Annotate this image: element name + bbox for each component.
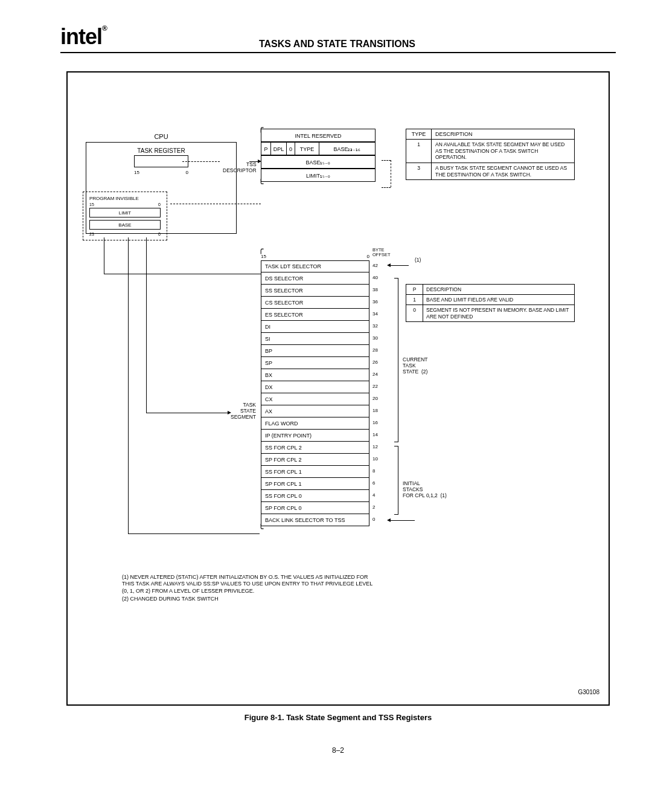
type-description-table: TYPE DESCRIPTION 1 AN AVAILABLE TASK STA… <box>406 129 575 180</box>
bracket-desc-t <box>382 160 391 161</box>
tss-row: BP <box>261 345 369 357</box>
pi-lo: 0 <box>158 202 161 207</box>
tss-row: FLAG WORD <box>261 417 369 430</box>
brace-current <box>394 278 398 442</box>
arrow-tr-to-desc <box>249 161 259 162</box>
p-h1: P <box>406 285 423 295</box>
limit-box: LIMIT <box>89 208 161 218</box>
diagram-content: CPU TASK REGISTER 15 0 PROGRAM INVISIBLE… <box>80 127 596 671</box>
task-register-scale: 15 0 <box>134 170 188 175</box>
tss-head: 15 0 <box>261 254 369 259</box>
pi-scale: 15 0 <box>89 202 161 207</box>
brace-stacks <box>394 446 398 515</box>
brace-bot: ╰ <box>258 179 263 188</box>
base-label: BASE <box>118 222 131 228</box>
page-title: TASKS AND STATE TRANSITIONS <box>107 39 616 50</box>
p-r1-p: 1 <box>406 295 423 305</box>
desc-dpl: DPL <box>271 143 287 155</box>
tss-rows: TASK LDT SELECTORDS SELECTORSS SELECTORC… <box>261 260 369 526</box>
cts-ref: (2) <box>421 369 427 375</box>
tss-brace-top: ╭ <box>258 244 263 254</box>
tss-row: DX <box>261 381 369 393</box>
registered-mark: ® <box>102 24 107 33</box>
tss-row: DI <box>261 321 369 333</box>
tss-segment-block: ╭ 15 0 TASK LDT SELECTORDS SELECTORSS SE… <box>261 254 369 526</box>
tss-row: AX <box>261 405 369 417</box>
limit-lo-label: LIMIT₁₅₋₀ <box>261 169 375 181</box>
figure-caption: Figure 8-1. Task State Segment and TSS R… <box>60 713 616 722</box>
tss-row: SP <box>261 357 369 369</box>
arrow-tss-seg <box>146 413 229 413</box>
p-row-1: 1 BASE AND LIMIT FIELDS ARE VALID <box>406 295 574 305</box>
arrow-offset-1 <box>389 265 409 266</box>
desc-limit: LIMIT₁₅₋₀ <box>261 169 376 182</box>
h-base-bot <box>128 533 260 534</box>
tss-row: DS SELECTOR <box>261 272 369 285</box>
page-header: intel® TASKS AND STATE TRANSITIONS <box>60 24 616 53</box>
tt-header: TYPE DESCRIPTION <box>406 129 574 140</box>
arrow-backlink <box>389 520 415 521</box>
tt-row-1: 1 AN AVAILABLE TASK STATE SEGMENT MAY BE… <box>406 140 574 163</box>
figure-id: G30108 <box>578 689 599 695</box>
desc-zero: 0 <box>287 143 295 155</box>
intel-logo: intel® <box>60 24 107 50</box>
tt-r2-desc: A BUSY TASK STATE SEGMENT CANNOT BE USED… <box>432 163 574 179</box>
stacks-ref: (1) <box>441 492 447 498</box>
v-base-2 <box>146 237 147 275</box>
tss-row: SP FOR CPL 1 <box>261 478 369 490</box>
ref-1: (1) <box>415 257 421 263</box>
base-box: BASE <box>89 220 161 230</box>
desc-pdpl: P DPL 0 TYPE BASE₂₃₋₁₆ <box>261 142 376 155</box>
tss-row: SP FOR CPL 2 <box>261 454 369 466</box>
stacks-label: INITIAL STACKS FOR CPL 0,1,2 (1) <box>403 480 447 499</box>
descriptor-block: ╭ INTEL RESERVED P DPL 0 TYPE BASE₂₃₋₁₆ … <box>261 129 376 182</box>
dash-tr-to-desc <box>182 161 220 162</box>
dash-back <box>170 204 261 204</box>
tss-point-label: TASK STATE SEGMENT <box>231 402 256 420</box>
tss-hi: 15 <box>261 254 266 259</box>
tt-r1-desc: AN AVAILABLE TASK STATE SEGMENT MAY BE U… <box>432 140 574 163</box>
footnotes: (1) NEVER ALTERED (STATIC) AFTER INITIAL… <box>122 574 376 602</box>
page: intel® TASKS AND STATE TRANSITIONS CPU T… <box>0 0 652 779</box>
footnote-1: (1) NEVER ALTERED (STATIC) AFTER INITIAL… <box>122 574 376 594</box>
tss-row: SS SELECTOR <box>261 285 369 297</box>
byte-offset-head: BYTE OFFSET <box>372 248 400 258</box>
h-limit-top <box>104 274 261 274</box>
p-h2: DESCRIPTION <box>423 285 574 295</box>
tss-brace-bottom: ╰ <box>258 524 263 533</box>
tss-row: CS SELECTOR <box>261 297 369 309</box>
tss-row: BX <box>261 369 369 381</box>
desc-p: P <box>261 143 271 155</box>
footnote-2: (2) CHANGED DURING TASK SWITCH <box>122 596 376 602</box>
tss-row: SS FOR CPL 1 <box>261 466 369 478</box>
p-description-table: P DESCRIPTION 1 BASE AND LIMIT FIELDS AR… <box>406 284 575 322</box>
offset-value: 0 <box>372 514 400 526</box>
tt-row-2: 3 A BUSY TASK STATE SEGMENT CANNOT BE US… <box>406 163 574 179</box>
desc-base-lo: BASE₁₅₋₀ <box>261 155 376 169</box>
desc-type: TYPE <box>295 143 319 155</box>
v-to-tss <box>146 275 147 413</box>
tss-row: TASK LDT SELECTOR <box>261 260 369 272</box>
pi-hi: 15 <box>89 202 94 207</box>
program-invisible-box: PROGRAM INVISIBLE 15 0 LIMIT BASE 230 <box>83 192 167 240</box>
tss-row: SS FOR CPL 2 <box>261 442 369 454</box>
p-r2-d: SEGMENT IS NOT PRESENT IN MEMORY. BASE A… <box>423 305 574 321</box>
tss-row: IP (ENTRY POINT) <box>261 430 369 442</box>
tss-row: ES SELECTOR <box>261 309 369 321</box>
tt-r2-type: 3 <box>406 163 432 179</box>
tss-row: BACK LINK SELECTOR TO TSS <box>261 514 369 526</box>
stacks-text: INITIAL STACKS FOR CPL 0,1,2 <box>403 480 438 498</box>
figure-box: CPU TASK REGISTER 15 0 PROGRAM INVISIBLE… <box>66 71 610 706</box>
p-r2-p: 0 <box>406 305 423 321</box>
tss-row: SS FOR CPL 0 <box>261 490 369 502</box>
base-scale: 230 <box>89 232 161 236</box>
tt-r1-type: 1 <box>406 140 432 163</box>
tss-row: CX <box>261 393 369 405</box>
cpu-title: CPU <box>86 133 237 140</box>
tt-head-desc: DESCRIPTION <box>432 129 574 140</box>
v-base-1 <box>128 237 129 533</box>
current-task-state-label: CURRENT TASK STATE (2) <box>403 356 428 375</box>
p-r1-d: BASE AND LIMIT FIELDS ARE VALID <box>423 295 574 305</box>
reserved-label: INTEL RESERVED <box>261 129 375 141</box>
limit-label: LIMIT <box>119 210 131 216</box>
